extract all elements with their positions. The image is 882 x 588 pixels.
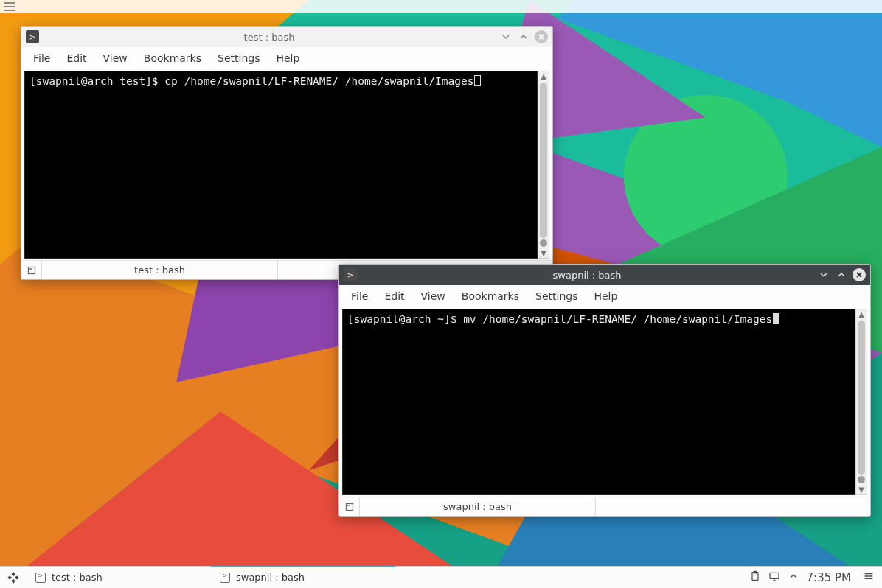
terminal-app-icon: > <box>344 268 357 281</box>
cursor-icon <box>773 313 779 324</box>
tab-1[interactable]: swapnil : bash <box>360 497 596 516</box>
maximize-button[interactable] <box>517 30 530 43</box>
menu-view[interactable]: View <box>96 49 135 67</box>
new-tab-button[interactable] <box>339 497 360 516</box>
titlebar[interactable]: > test : bash <box>21 27 552 47</box>
display-icon[interactable] <box>768 570 780 584</box>
terminal-icon <box>35 573 46 583</box>
titlebar[interactable]: > swapnil : bash <box>339 265 870 285</box>
top-panel <box>0 0 882 13</box>
terminal-window-2[interactable]: > swapnil : bash File Edit View Bookmark… <box>338 264 871 517</box>
desktop: > test : bash File Edit View Bookmarks S… <box>0 0 882 588</box>
shell-command: cp /home/swapnil/LF-RENAME/ /home/swapni… <box>164 75 473 87</box>
svg-rect-4 <box>770 573 779 578</box>
scroll-up-icon[interactable]: ▲ <box>858 309 864 319</box>
terminal-output[interactable]: [swapnil@arch ~]$ mv /home/swapnil/LF-RE… <box>342 309 855 495</box>
menu-edit[interactable]: Edit <box>59 49 94 67</box>
clipboard-icon[interactable] <box>749 570 761 584</box>
menu-settings[interactable]: Settings <box>210 49 267 67</box>
terminal-app-icon: > <box>26 30 39 43</box>
svg-rect-1 <box>346 503 353 510</box>
window-title: swapnil : bash <box>361 270 813 281</box>
application-launcher[interactable] <box>0 567 27 589</box>
terminal-icon <box>220 573 230 583</box>
task-label: test : bash <box>52 572 103 583</box>
menu-help[interactable]: Help <box>586 287 625 305</box>
terminal-window-1[interactable]: > test : bash File Edit View Bookmarks S… <box>21 26 553 280</box>
cursor-icon <box>474 75 481 86</box>
tab-bar: swapnil : bash <box>339 497 870 516</box>
clock[interactable]: 7:35 PM <box>807 571 855 584</box>
minimize-button[interactable] <box>499 30 513 43</box>
menu-bookmarks[interactable]: Bookmarks <box>454 287 527 305</box>
tab-1[interactable]: test : bash <box>42 261 278 279</box>
tab-label: test : bash <box>134 265 185 276</box>
menu-view[interactable]: View <box>414 287 453 305</box>
menu-edit[interactable]: Edit <box>377 287 412 305</box>
scrollbar[interactable]: ▲ ▼ <box>855 309 867 495</box>
close-button[interactable] <box>535 30 548 43</box>
taskbar-entry-2[interactable]: swapnil : bash <box>211 567 395 589</box>
scroll-handle-icon[interactable] <box>858 476 865 483</box>
menu-file[interactable]: File <box>26 49 58 67</box>
shell-command: mv /home/swapnil/LF-RENAME/ /home/swapni… <box>463 313 772 325</box>
menubar: File Edit View Bookmarks Settings Help <box>21 47 552 69</box>
scroll-down-icon[interactable]: ▼ <box>541 248 546 258</box>
scrollbar[interactable]: ▲ ▼ <box>538 71 549 259</box>
terminal-output[interactable]: [swapnil@arch test]$ cp /home/swapnil/LF… <box>24 71 538 259</box>
minimize-button[interactable] <box>817 268 830 281</box>
taskbar: test : bash swapnil : bash 7:35 PM <box>0 566 882 588</box>
menubar: File Edit View Bookmarks Settings Help <box>339 285 870 307</box>
close-button[interactable] <box>853 268 866 281</box>
tab-label: swapnil : bash <box>443 501 512 512</box>
shell-prompt: [swapnil@arch ~]$ <box>347 313 463 325</box>
scroll-up-icon[interactable]: ▲ <box>541 71 546 81</box>
scroll-handle-icon[interactable] <box>540 239 547 247</box>
svg-rect-0 <box>28 267 35 273</box>
system-tray: 7:35 PM <box>742 570 882 584</box>
window-title: test : bash <box>44 32 495 43</box>
scroll-thumb[interactable] <box>540 83 547 238</box>
panel-menu-button[interactable] <box>0 0 19 13</box>
menu-help[interactable]: Help <box>268 49 307 67</box>
scroll-down-icon[interactable]: ▼ <box>858 485 864 494</box>
taskbar-entry-1[interactable]: test : bash <box>27 567 211 589</box>
menu-settings[interactable]: Settings <box>528 287 585 305</box>
new-tab-button[interactable] <box>21 261 42 279</box>
maximize-button[interactable] <box>835 268 848 281</box>
chevron-up-icon[interactable] <box>788 570 799 584</box>
menu-file[interactable]: File <box>344 287 375 305</box>
shell-prompt: [swapnil@arch test]$ <box>29 75 164 87</box>
scroll-thumb[interactable] <box>858 321 865 475</box>
task-label: swapnil : bash <box>236 572 305 583</box>
panel-menu-icon[interactable] <box>863 570 875 584</box>
menu-bookmarks[interactable]: Bookmarks <box>136 49 209 67</box>
